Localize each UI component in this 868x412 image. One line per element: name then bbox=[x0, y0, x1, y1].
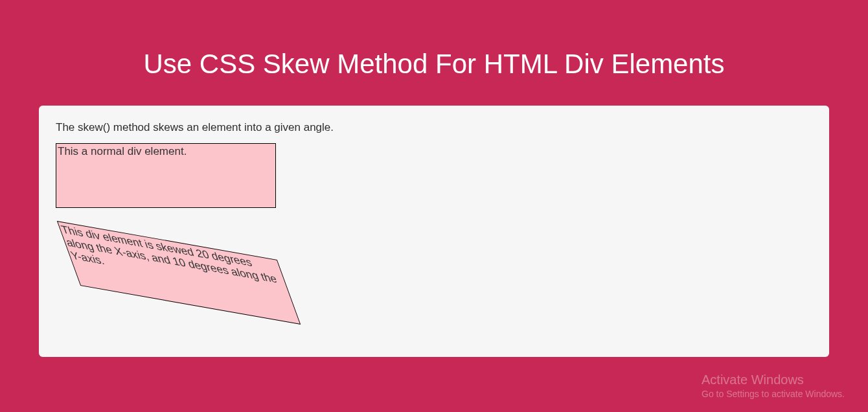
normal-div-example: This a normal div element. bbox=[56, 143, 276, 208]
content-card: The skew() method skews an element into … bbox=[39, 106, 829, 357]
description-text: The skew() method skews an element into … bbox=[56, 121, 812, 134]
watermark-title: Activate Windows bbox=[702, 372, 845, 387]
activate-windows-watermark: Activate Windows Go to Settings to activ… bbox=[702, 372, 845, 399]
page-title: Use CSS Skew Method For HTML Div Element… bbox=[0, 0, 868, 106]
watermark-subtitle: Go to Settings to activate Windows. bbox=[702, 389, 845, 399]
skewed-div-example: This div element is skewed 20 degrees al… bbox=[57, 221, 301, 325]
